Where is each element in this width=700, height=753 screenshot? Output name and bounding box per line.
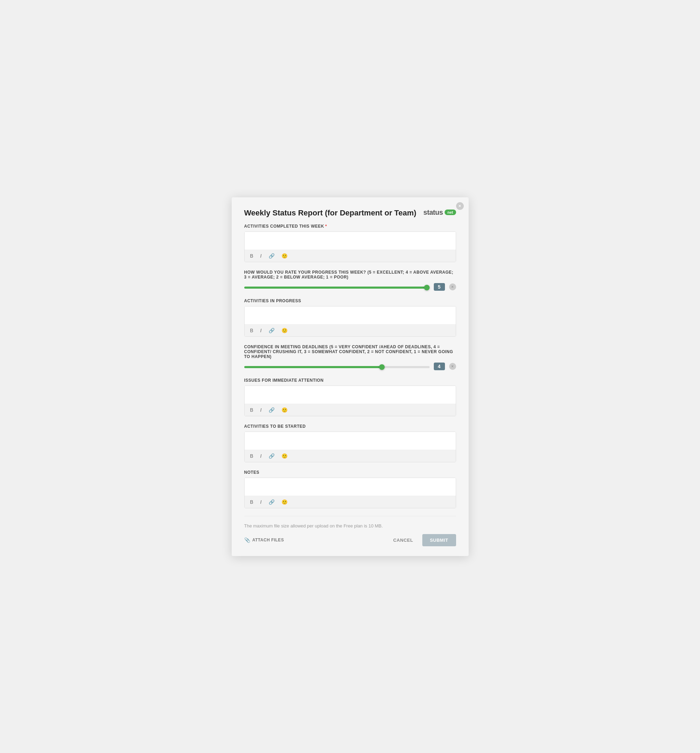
emoji-button-2[interactable]: 🙂 — [280, 327, 289, 334]
activities-completed-editor: B I 🔗 🙂 — [244, 231, 456, 262]
activities-completed-label: ACTIVITIES COMPLETED THIS WEEK* — [244, 224, 456, 229]
activities-to-start-label: ACTIVITIES TO BE STARTED — [244, 424, 456, 429]
progress-slider[interactable] — [244, 287, 430, 289]
link-button-5[interactable]: 🔗 — [267, 498, 276, 506]
emoji-button-4[interactable]: 🙂 — [280, 453, 289, 459]
confidence-rating-section: CONFIDENCE IN MEETING DEADLINES (5 = VER… — [244, 344, 456, 370]
link-button-4[interactable]: 🔗 — [267, 453, 276, 459]
emoji-button-3[interactable]: 🙂 — [280, 406, 289, 414]
link-button-2[interactable]: 🔗 — [267, 327, 276, 334]
submit-button[interactable]: SUBMIT — [422, 534, 456, 546]
confidence-rating-label: CONFIDENCE IN MEETING DEADLINES (5 = VER… — [244, 344, 456, 359]
bold-button-2[interactable]: B — [249, 327, 255, 334]
modal-title: Weekly Status Report (for Department or … — [244, 208, 416, 217]
emoji-button-1[interactable]: 🙂 — [280, 252, 289, 259]
confidence-slider-row: 4 × — [244, 362, 456, 370]
italic-button-3[interactable]: I — [259, 406, 263, 414]
activities-completed-toolbar: B I 🔗 🙂 — [245, 250, 456, 262]
cancel-button[interactable]: CANCEL — [388, 535, 418, 545]
link-button-1[interactable]: 🔗 — [267, 252, 276, 259]
activities-in-progress-editor: B I 🔗 🙂 — [244, 306, 456, 337]
form-title: Weekly Status Report (for Department or … — [244, 208, 416, 217]
italic-button-4[interactable]: I — [259, 453, 263, 459]
paperclip-icon: 📎 — [244, 537, 251, 543]
activities-completed-input[interactable] — [245, 232, 456, 250]
progress-clear-button[interactable]: × — [449, 283, 456, 291]
issues-attention-input[interactable] — [245, 386, 456, 404]
italic-button-1[interactable]: I — [259, 252, 263, 259]
bold-button-1[interactable]: B — [249, 252, 255, 259]
notes-editor: B I 🔗 🙂 — [244, 478, 456, 508]
progress-value-badge: 5 — [434, 283, 445, 291]
footer-actions: 📎 ATTACH FILES CANCEL SUBMIT — [244, 534, 456, 546]
italic-button-5[interactable]: I — [259, 498, 263, 506]
confidence-slider-container — [244, 363, 430, 370]
progress-rating-section: HOW WOULD YOU RATE YOUR PROGRESS THIS WE… — [244, 270, 456, 291]
confidence-clear-button[interactable]: × — [449, 363, 456, 370]
form-footer: The maximum file size allowed per upload… — [244, 516, 456, 546]
close-button[interactable]: × — [456, 202, 464, 210]
activities-in-progress-label: ACTIVITIES IN PROGRESS — [244, 298, 456, 303]
modal-container: Weekly Status Report (for Department or … — [232, 197, 469, 556]
progress-slider-container — [244, 284, 430, 290]
activities-completed-section: ACTIVITIES COMPLETED THIS WEEK* B I 🔗 🙂 — [244, 224, 456, 262]
italic-button-2[interactable]: I — [259, 327, 263, 334]
confidence-slider[interactable] — [244, 366, 430, 368]
progress-rating-label: HOW WOULD YOU RATE YOUR PROGRESS THIS WE… — [244, 270, 456, 280]
activities-to-start-section: ACTIVITIES TO BE STARTED B I 🔗 🙂 — [244, 424, 456, 462]
activities-completed-label-text: ACTIVITIES COMPLETED THIS WEEK — [244, 224, 324, 229]
issues-attention-section: ISSUES FOR IMMEDIATE ATTENTION B I 🔗 🙂 — [244, 378, 456, 416]
attach-files-button[interactable]: 📎 ATTACH FILES — [244, 537, 284, 543]
activities-in-progress-section: ACTIVITIES IN PROGRESS B I 🔗 🙂 — [244, 298, 456, 337]
notes-section: NOTES B I 🔗 🙂 — [244, 470, 456, 508]
notes-input[interactable] — [245, 478, 456, 496]
activities-in-progress-input[interactable] — [245, 306, 456, 325]
link-button-3[interactable]: 🔗 — [267, 406, 276, 414]
activities-to-start-editor: B I 🔗 🙂 — [244, 431, 456, 462]
brand-logo: status net — [423, 208, 456, 217]
activities-in-progress-toolbar: B I 🔗 🙂 — [245, 325, 456, 336]
notes-label: NOTES — [244, 470, 456, 475]
required-star: * — [325, 224, 327, 229]
confidence-value-badge: 4 — [434, 362, 445, 370]
attach-label: ATTACH FILES — [252, 537, 284, 542]
emoji-button-5[interactable]: 🙂 — [280, 498, 289, 506]
activities-to-start-toolbar: B I 🔗 🙂 — [245, 450, 456, 462]
bold-button-4[interactable]: B — [249, 453, 255, 459]
file-size-note: The maximum file size allowed per upload… — [244, 523, 456, 528]
modal-header: Weekly Status Report (for Department or … — [244, 208, 456, 217]
issues-attention-toolbar: B I 🔗 🙂 — [245, 404, 456, 416]
bold-button-3[interactable]: B — [249, 406, 255, 414]
bold-button-5[interactable]: B — [249, 498, 255, 506]
issues-attention-label: ISSUES FOR IMMEDIATE ATTENTION — [244, 378, 456, 383]
progress-slider-row: 5 × — [244, 283, 456, 291]
submit-cancel-actions: CANCEL SUBMIT — [388, 534, 456, 546]
activities-to-start-input[interactable] — [245, 432, 456, 450]
brand-text: status — [423, 208, 443, 217]
notes-toolbar: B I 🔗 🙂 — [245, 496, 456, 508]
issues-attention-editor: B I 🔗 🙂 — [244, 386, 456, 416]
brand-badge: net — [444, 209, 456, 215]
